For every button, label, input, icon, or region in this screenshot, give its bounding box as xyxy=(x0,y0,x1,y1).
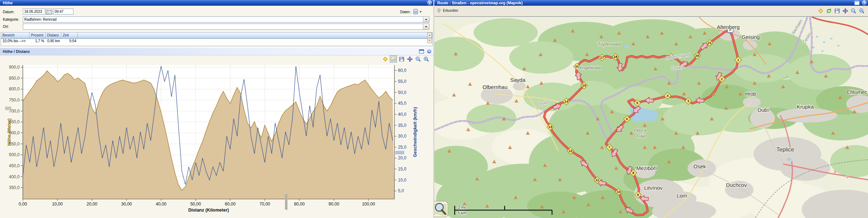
elevation-panel-titlebar: Höhe xyxy=(0,0,433,6)
zoom-out-icon xyxy=(415,56,421,62)
kategorie-label: Kategorie: xyxy=(3,18,19,21)
map-town-label: Lom xyxy=(676,193,687,199)
time-input[interactable] xyxy=(53,9,73,15)
save-icon xyxy=(399,56,405,62)
table-scroll-buttons[interactable]: ▲ ▼ xyxy=(427,33,432,43)
waypoint-number: 3 xyxy=(687,99,689,103)
ort-label: Ort: xyxy=(3,25,9,29)
zoom-out-icon xyxy=(851,8,857,14)
map-area-label: Töpferwald xyxy=(598,41,621,47)
map-town-label: Chlumec xyxy=(846,89,868,95)
table-column-Distanz[interactable]: Distanz xyxy=(46,33,61,38)
scroll-up-icon[interactable]: ▲ xyxy=(427,33,432,38)
x-axis-title: Distanz (Kilometer) xyxy=(188,208,229,213)
fit-chart-button[interactable] xyxy=(406,55,413,63)
map-town-label: Geising xyxy=(742,34,760,40)
waypoint-number: 15 xyxy=(582,83,586,87)
left-axis-tick: 900,0 xyxy=(9,65,20,70)
map-town-label: Krupka xyxy=(797,104,814,110)
avg-speed-marker xyxy=(395,151,404,154)
map-town-label: Dubí xyxy=(757,107,769,113)
osm-logo[interactable] xyxy=(434,201,448,217)
left-axis-tick: 400,0 xyxy=(9,174,20,179)
openstreetmap-view[interactable]: 123456789101112131415161718192021Töpferw… xyxy=(434,16,868,218)
right-axis-tick: 60,0 xyxy=(398,68,407,73)
daten-button[interactable] xyxy=(413,9,418,16)
datum-input[interactable] xyxy=(23,9,45,15)
collapse-map-button[interactable] xyxy=(862,0,867,5)
right-axis-tick: 15,0 xyxy=(398,167,407,172)
table-column-Prozent[interactable]: Prozent xyxy=(30,33,46,38)
save-map-button[interactable] xyxy=(833,7,841,14)
waypoint-number: 11 xyxy=(596,178,599,182)
right-axis-tick: 40,0 xyxy=(398,112,407,117)
left-axis-tick: 450,0 xyxy=(9,163,20,168)
collapse-chart-button[interactable] xyxy=(427,49,432,54)
chart-subheader: Höhe / Distanz xyxy=(0,48,433,55)
kategorie-combobox[interactable]: Radfahren: Rennrad xyxy=(23,16,429,23)
right-axis-tick: 30,0 xyxy=(398,134,407,139)
refresh-map-button[interactable] xyxy=(825,7,832,14)
ort-dropdown-arrow[interactable] xyxy=(423,24,429,29)
ort-combobox[interactable] xyxy=(23,24,429,30)
right-axis-tick: 50,0 xyxy=(398,90,407,95)
waypoint-number: 21 xyxy=(708,41,712,45)
zones-table[interactable]: BereichProzentDistanzZeit 10,0% bis -->>… xyxy=(1,32,433,46)
kategorie-dropdown-arrow[interactable] xyxy=(423,17,429,22)
map-town-label: Teplice xyxy=(776,147,794,153)
zones-table-header: BereichProzentDistanzZeit xyxy=(1,33,432,39)
calendar-button[interactable] xyxy=(46,9,52,15)
x-axis-tick: 70,00 xyxy=(259,202,270,207)
zoom-out-chart-button[interactable] xyxy=(414,55,422,63)
avg-elevation-marker xyxy=(5,106,11,110)
left-axis-tick: 500,0 xyxy=(9,152,20,157)
map-area-label: Ringelwald xyxy=(578,65,601,70)
zoom-out-map-button[interactable] xyxy=(850,7,857,14)
application-window: Höhe Datum: Daten: ▸ Kategorie: Radfa xyxy=(0,0,868,218)
window-icon[interactable] xyxy=(854,1,859,5)
table-column-Zeit[interactable]: Zeit xyxy=(61,33,78,38)
save-chart-button[interactable] xyxy=(398,55,405,63)
map-panel-titlebar: Route : Straßen - openstreetmap.org (Map… xyxy=(434,0,868,6)
chart-mode-button[interactable] xyxy=(390,55,397,63)
calendar-icon xyxy=(46,9,52,14)
save-icon xyxy=(834,8,840,14)
chart-title: Höhe / Distanz xyxy=(0,48,30,54)
table-row[interactable]: 10,0% bis -->>1,7 %0,90 km5:54 xyxy=(1,39,432,44)
window-icon[interactable] xyxy=(419,49,424,54)
fit-arrows-icon xyxy=(407,56,413,62)
waypoint-number: 10 xyxy=(617,190,621,194)
zoom-in-map-button[interactable] xyxy=(858,7,865,14)
daten-expand-arrow[interactable]: ▸ xyxy=(420,10,422,13)
position-marker[interactable] xyxy=(285,194,287,210)
table-cell: 0,90 km xyxy=(46,39,61,44)
scroll-down-icon[interactable]: ▼ xyxy=(427,38,432,43)
map-town-label: Duchcov xyxy=(726,182,747,188)
x-axis-tick: 10,00 xyxy=(52,202,63,207)
table-cell: 1,7 % xyxy=(30,39,46,44)
map-area-label: Obora xyxy=(634,128,647,133)
x-axis-tick: 40,00 xyxy=(156,202,167,207)
scale-miles-label: 2 mi xyxy=(458,205,465,209)
collapse-panel-button[interactable] xyxy=(427,0,432,5)
table-column-Bereich[interactable]: Bereich xyxy=(1,33,30,38)
fit-map-button[interactable] xyxy=(842,7,849,14)
marker-diamond-button[interactable] xyxy=(817,7,824,14)
waypoint-number: 1 xyxy=(737,58,739,62)
waypoint-number: 18 xyxy=(614,55,618,59)
road-number-label: 3 xyxy=(846,174,849,179)
zoom-in-chart-button[interactable] xyxy=(423,55,430,63)
explore-mode-button[interactable]: Erkunden xyxy=(436,8,458,13)
diamond-icon xyxy=(382,56,388,62)
x-axis-tick: 0,00 xyxy=(19,202,27,207)
elevation-speed-chart[interactable]: 350,0400,0450,0500,0550,0600,0650,0700,0… xyxy=(0,63,433,218)
right-axis-tick: 10,0 xyxy=(398,178,407,183)
waypoint-number: 14 xyxy=(565,99,568,103)
zones-table-body: 10,0% bis -->>1,7 %0,90 km5:54 xyxy=(1,39,432,44)
right-axis-tick: 5,0 xyxy=(398,188,404,193)
left-axis-tick: 800,0 xyxy=(9,86,20,91)
scale-km-label: 5 km xyxy=(458,211,466,215)
waypoint-number: 2 xyxy=(721,77,723,81)
marker-diamond-button[interactable] xyxy=(382,55,389,63)
x-axis-tick: 50,00 xyxy=(190,202,201,207)
